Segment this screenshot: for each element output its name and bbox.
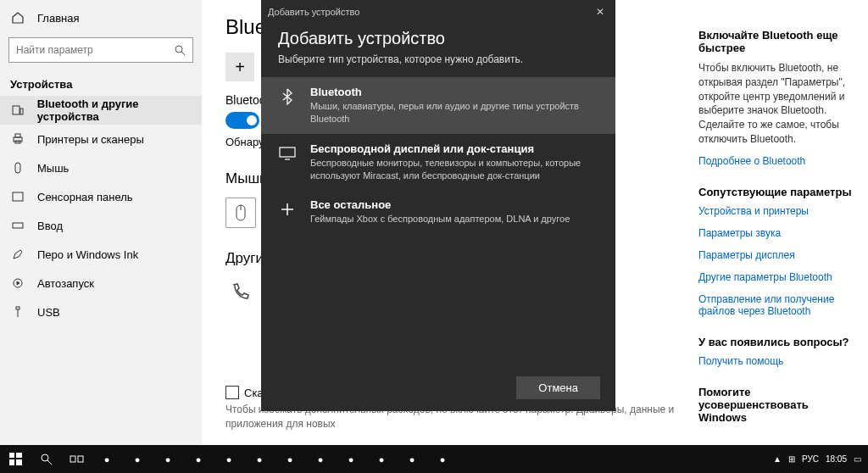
taskbar-app[interactable]: ● <box>305 445 336 473</box>
option-desc: Геймпады Xbox с беспроводным адаптером, … <box>310 213 570 225</box>
sidebar-item-printers[interactable]: Принтеры и сканеры <box>0 125 202 153</box>
keyboard-icon <box>10 218 25 233</box>
rp-link[interactable]: Другие параметры Bluetooth <box>698 271 853 283</box>
cancel-button[interactable]: Отмена <box>516 376 600 399</box>
dialog-option-bluetooth[interactable]: Bluetooth Мыши, клавиатуры, перья или ау… <box>261 77 615 134</box>
sidebar-item-usb[interactable]: USB <box>0 298 202 326</box>
taskbar-app[interactable]: ● <box>275 445 305 473</box>
rp-link[interactable]: Параметры дисплея <box>698 249 853 261</box>
add-device-dialog: Добавить устройство ✕ Добавить устройств… <box>261 0 615 411</box>
svg-rect-1 <box>13 106 19 114</box>
sidebar-item-bluetooth[interactable]: Bluetooth и другие устройства <box>0 96 202 125</box>
settings-sidebar: Главная Устройства Bluetooth и другие ус… <box>0 0 202 445</box>
taskbar[interactable]: ● ● ● ● ● ● ● ● ● ● ● ● ▲ ⊞ РУС 18:05 ▭ <box>0 445 868 473</box>
option-desc: Беспроводные мониторы, телевизоры и комп… <box>310 157 598 182</box>
option-title: Беспроводной дисплей или док-станция <box>310 142 598 155</box>
svg-rect-14 <box>9 453 14 458</box>
sidebar-item-label: Принтеры и сканеры <box>37 133 144 146</box>
devices-icon <box>10 103 25 118</box>
taskbar-app[interactable]: ● <box>122 445 153 473</box>
rp-fast-link[interactable]: Подробнее о Bluetooth <box>698 155 853 167</box>
taskbar-app[interactable]: ● <box>214 445 244 473</box>
taskbar-app[interactable]: ● <box>366 445 397 473</box>
taskbar-app[interactable]: ● <box>183 445 214 473</box>
svg-rect-19 <box>70 456 75 462</box>
plus-icon <box>278 200 297 219</box>
taskbar-app[interactable]: ● <box>92 445 122 473</box>
sidebar-item-label: Мышь <box>37 162 69 175</box>
taskbar-app[interactable]: ● <box>427 445 458 473</box>
dialog-option-wireless[interactable]: Беспроводной дисплей или док-станция Бес… <box>261 134 615 191</box>
taskbar-app[interactable]: ● <box>153 445 183 473</box>
sidebar-item-label: Сенсорная панель <box>37 191 133 203</box>
rp-link[interactable]: Устройства и принтеры <box>698 205 853 217</box>
taskbar-app[interactable]: ● <box>244 445 275 473</box>
tray-time[interactable]: 18:05 <box>826 454 847 464</box>
svg-rect-17 <box>16 459 22 465</box>
svg-rect-7 <box>13 192 23 201</box>
sidebar-item-label: Bluetooth и другие устройства <box>37 97 202 123</box>
svg-point-18 <box>42 454 48 461</box>
phone-device-icon <box>225 277 256 308</box>
rp-fast-title: Включайте Bluetooth еще быстрее <box>698 29 853 54</box>
dialog-subtitle: Выберите тип устройства, которое нужно д… <box>261 50 615 77</box>
rp-improve-title: Помогите усовершенствовать Windows <box>698 386 853 424</box>
rp-link[interactable]: Параметры звука <box>698 227 853 239</box>
svg-rect-10 <box>16 307 19 309</box>
autoplay-icon <box>10 275 25 291</box>
rp-help-link[interactable]: Получить помощь <box>698 355 853 367</box>
option-title: Все остальное <box>310 198 570 211</box>
dialog-titlebar: Добавить устройство ✕ <box>261 0 615 24</box>
close-icon[interactable]: ✕ <box>592 6 609 18</box>
start-button[interactable] <box>0 445 31 473</box>
sidebar-item-typing[interactable]: Ввод <box>0 211 202 240</box>
dialog-option-other[interactable]: Все остальное Геймпады Xbox с беспроводн… <box>261 190 615 234</box>
sidebar-item-touchpad[interactable]: Сенсорная панель <box>0 182 202 211</box>
dialog-heading: Добавить устройство <box>261 24 615 50</box>
display-icon <box>278 144 297 163</box>
home-icon <box>10 10 25 25</box>
sidebar-home[interactable]: Главная <box>0 3 202 32</box>
tray-lang[interactable]: РУС <box>802 454 819 464</box>
sidebar-item-autoplay[interactable]: Автозапуск <box>0 269 202 298</box>
option-desc: Мыши, клавиатуры, перья или аудио и друг… <box>310 100 598 125</box>
mouse-device-icon <box>225 198 256 228</box>
sidebar-item-label: Автозапуск <box>37 277 94 290</box>
rp-link[interactable]: Отправление или получение файлов через B… <box>698 293 853 317</box>
printer-icon <box>10 131 25 147</box>
sidebar-search[interactable] <box>8 37 193 63</box>
svg-rect-2 <box>20 109 23 114</box>
svg-rect-20 <box>78 456 83 462</box>
search-input[interactable] <box>16 44 174 56</box>
checkbox-icon[interactable] <box>225 386 239 399</box>
rp-related-title: Сопутствующие параметры <box>698 186 853 198</box>
right-panel: Включайте Bluetooth еще быстрее Чтобы вк… <box>698 0 868 445</box>
notifications-icon[interactable]: ▭ <box>854 454 861 464</box>
svg-rect-6 <box>15 163 20 173</box>
rp-fast-body: Чтобы включить Bluetooth, не открывая ра… <box>698 61 853 147</box>
sidebar-item-label: Ввод <box>37 220 63 232</box>
tray-icon[interactable]: ▲ <box>773 454 782 464</box>
dialog-title: Добавить устройство <box>268 7 359 17</box>
sidebar-home-label: Главная <box>37 12 79 25</box>
sidebar-item-mouse[interactable]: Мышь <box>0 153 202 182</box>
system-tray[interactable]: ▲ ⊞ РУС 18:05 ▭ <box>773 454 868 464</box>
sidebar-item-label: Перо и Windows Ink <box>37 248 138 261</box>
taskbar-app[interactable]: ● <box>336 445 366 473</box>
plus-icon: + <box>225 53 254 81</box>
task-view-icon[interactable] <box>61 445 92 473</box>
usb-icon <box>10 304 25 320</box>
sidebar-item-pen[interactable]: Перо и Windows Ink <box>0 240 202 269</box>
svg-point-0 <box>175 46 182 53</box>
sidebar-item-label: USB <box>37 306 60 319</box>
svg-rect-13 <box>280 147 295 157</box>
svg-rect-4 <box>15 134 20 137</box>
search-taskbar-icon[interactable] <box>31 445 61 473</box>
bluetooth-toggle[interactable] <box>225 112 259 129</box>
search-icon <box>174 44 186 56</box>
option-title: Bluetooth <box>310 86 598 98</box>
touchpad-icon <box>10 189 25 204</box>
taskbar-app[interactable]: ● <box>397 445 427 473</box>
svg-rect-15 <box>16 453 22 458</box>
tray-icon[interactable]: ⊞ <box>788 454 795 464</box>
